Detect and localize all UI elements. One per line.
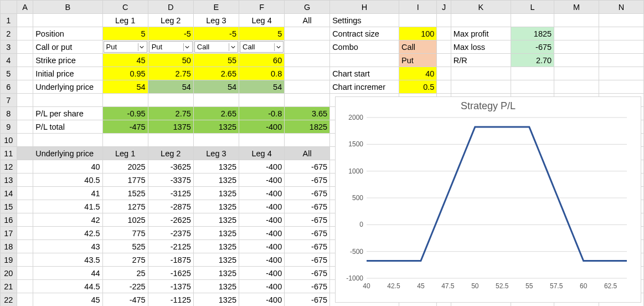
cell-C20[interactable]: 25 xyxy=(102,267,148,280)
cell-A9[interactable] xyxy=(17,120,33,134)
strategy-pl-chart[interactable]: Strategy P/L 2000150010005000-500-100040… xyxy=(335,96,641,303)
cell-D5[interactable]: 2.75 xyxy=(148,67,193,80)
cell-F21[interactable]: -400 xyxy=(239,280,285,293)
cell-J6[interactable] xyxy=(437,80,451,94)
cell-A1[interactable] xyxy=(17,14,33,27)
cell-L4[interactable]: 2.70 xyxy=(511,54,554,67)
cell-G9[interactable]: 1825 xyxy=(285,120,330,134)
cell-G5[interactable] xyxy=(285,67,330,80)
cell-K5[interactable] xyxy=(451,67,511,80)
col-header-D[interactable]: D xyxy=(148,1,193,14)
cell-C8[interactable]: -0.95 xyxy=(102,107,148,120)
cell-C7[interactable] xyxy=(102,94,148,107)
col-header-N[interactable]: N xyxy=(599,1,644,14)
cell-D19[interactable]: -1875 xyxy=(148,253,193,267)
cell-K3[interactable]: Max loss xyxy=(451,40,511,54)
cell-J4[interactable] xyxy=(437,54,451,67)
cell-E8[interactable]: 2.65 xyxy=(193,107,239,120)
cell-G21[interactable]: -675 xyxy=(285,280,330,293)
cell-G3[interactable] xyxy=(285,40,330,54)
cell-F14[interactable]: -400 xyxy=(239,187,285,200)
cell-F9[interactable]: -400 xyxy=(239,120,285,134)
cell-B1[interactable] xyxy=(33,14,102,27)
cell-N2[interactable] xyxy=(599,27,644,40)
cell-N4[interactable] xyxy=(599,54,644,67)
col-header-K[interactable]: K xyxy=(451,1,511,14)
cell-E10[interactable] xyxy=(193,134,239,147)
cell-I4[interactable]: Put xyxy=(399,54,437,67)
cell-C12[interactable]: 2025 xyxy=(102,160,148,174)
cell-D18[interactable]: -2125 xyxy=(148,240,193,253)
col-header-J[interactable]: J xyxy=(437,1,451,14)
cell-H4[interactable] xyxy=(330,54,399,67)
cell-G17[interactable]: -675 xyxy=(285,227,330,240)
cell-D12[interactable]: -3625 xyxy=(148,160,193,174)
cell-D4[interactable]: 50 xyxy=(148,54,193,67)
row-header-13[interactable]: 13 xyxy=(1,174,17,187)
cell-C1[interactable]: Leg 1 xyxy=(102,14,148,27)
cell-D6[interactable]: 54 xyxy=(148,80,193,94)
col-header-L[interactable]: L xyxy=(511,1,554,14)
row-header-2[interactable]: 2 xyxy=(1,27,17,40)
cell-H2[interactable]: Contract size xyxy=(330,27,399,40)
row-header-15[interactable]: 15 xyxy=(1,200,17,213)
cell-B8[interactable]: P/L per share xyxy=(33,107,102,120)
cell-C22[interactable]: -475 xyxy=(102,293,148,307)
cell-L3[interactable]: -675 xyxy=(511,40,554,54)
cell-A4[interactable] xyxy=(17,54,33,67)
cell-B13[interactable]: 40.5 xyxy=(33,174,102,187)
col-header-E[interactable]: E xyxy=(193,1,239,14)
cell-D21[interactable]: -1375 xyxy=(148,280,193,293)
cell-F8[interactable]: -0.8 xyxy=(239,107,285,120)
cell-M3[interactable] xyxy=(554,40,599,54)
cell-F17[interactable]: -400 xyxy=(239,227,285,240)
cell-G4[interactable] xyxy=(285,54,330,67)
cell-F5[interactable]: 0.8 xyxy=(239,67,285,80)
cell-F2[interactable]: 5 xyxy=(239,27,285,40)
cell-A3[interactable] xyxy=(17,40,33,54)
cell-I1[interactable] xyxy=(399,14,437,27)
cell-H1[interactable]: Settings xyxy=(330,14,399,27)
cell-G1[interactable]: All xyxy=(285,14,330,27)
cell-D14[interactable]: -3125 xyxy=(148,187,193,200)
cell-E9[interactable]: 1325 xyxy=(193,120,239,134)
dropdown-leg4-cp[interactable]: Call xyxy=(240,41,284,53)
row-header-8[interactable]: 8 xyxy=(1,107,17,120)
cell-B17[interactable]: 42.5 xyxy=(33,227,102,240)
cell-E20[interactable]: 1325 xyxy=(193,267,239,280)
row-header-16[interactable]: 16 xyxy=(1,213,17,227)
cell-A8[interactable] xyxy=(17,107,33,120)
cell-K4[interactable]: R/R xyxy=(451,54,511,67)
cell-D15[interactable]: -2875 xyxy=(148,200,193,213)
cell-F3[interactable]: Call xyxy=(239,40,285,54)
cell-G8[interactable]: 3.65 xyxy=(285,107,330,120)
cell-B21[interactable]: 44.5 xyxy=(33,280,102,293)
cell-C15[interactable]: 1275 xyxy=(102,200,148,213)
cell-A19[interactable] xyxy=(17,253,33,267)
cell-E5[interactable]: 2.65 xyxy=(193,67,239,80)
cell-C16[interactable]: 1025 xyxy=(102,213,148,227)
cell-F1[interactable]: Leg 4 xyxy=(239,14,285,27)
cell-B9[interactable]: P/L total xyxy=(33,120,102,134)
cell-C6[interactable]: 54 xyxy=(102,80,148,94)
cell-I3[interactable]: Call xyxy=(399,40,437,54)
cell-E16[interactable]: 1325 xyxy=(193,213,239,227)
cell-G22[interactable]: -675 xyxy=(285,293,330,307)
cell-K1[interactable] xyxy=(451,14,511,27)
cell-D1[interactable]: Leg 2 xyxy=(148,14,193,27)
cell-F16[interactable]: -400 xyxy=(239,213,285,227)
cell-D7[interactable] xyxy=(148,94,193,107)
dropdown-leg2-cp[interactable]: Put xyxy=(149,41,193,53)
cell-E4[interactable]: 55 xyxy=(193,54,239,67)
row-header-21[interactable]: 21 xyxy=(1,280,17,293)
cell-N3[interactable] xyxy=(599,40,644,54)
cell-C19[interactable]: 275 xyxy=(102,253,148,267)
cell-F18[interactable]: -400 xyxy=(239,240,285,253)
cell-G2[interactable] xyxy=(285,27,330,40)
cell-B3[interactable]: Call or put xyxy=(33,40,102,54)
cell-C18[interactable]: 525 xyxy=(102,240,148,253)
cell-A21[interactable] xyxy=(17,280,33,293)
cell-E7[interactable] xyxy=(193,94,239,107)
row-header-7[interactable]: 7 xyxy=(1,94,17,107)
cell-A5[interactable] xyxy=(17,67,33,80)
